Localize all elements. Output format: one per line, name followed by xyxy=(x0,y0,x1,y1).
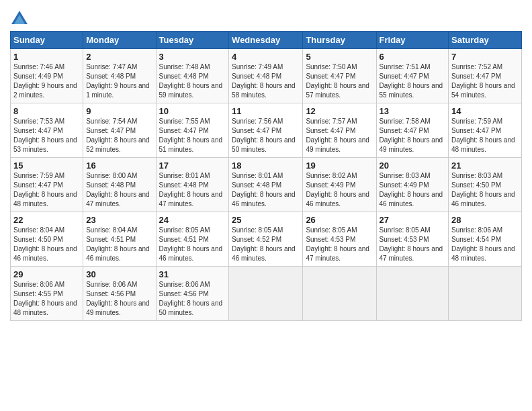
day-header-saturday: Saturday xyxy=(449,32,522,49)
day-detail: Sunrise: 8:06 AM Sunset: 4:55 PM Dayligh… xyxy=(13,280,80,318)
day-number: 10 xyxy=(159,106,226,116)
day-number: 13 xyxy=(380,106,446,116)
calendar-cell: 18 Sunrise: 8:01 AM Sunset: 4:48 PM Dayl… xyxy=(229,158,303,212)
calendar-cell: 24 Sunrise: 8:05 AM Sunset: 4:51 PM Dayl… xyxy=(156,212,229,267)
calendar-cell: 1 Sunrise: 7:46 AM Sunset: 4:49 PM Dayli… xyxy=(11,49,83,103)
week-row-4: 22 Sunrise: 8:04 AM Sunset: 4:50 PM Dayl… xyxy=(11,212,522,267)
day-number: 17 xyxy=(159,161,226,171)
day-detail: Sunrise: 8:05 AM Sunset: 4:53 PM Dayligh… xyxy=(306,226,373,263)
week-row-1: 1 Sunrise: 7:46 AM Sunset: 4:49 PM Dayli… xyxy=(11,49,522,103)
day-number: 14 xyxy=(451,106,519,116)
calendar-cell: 10 Sunrise: 7:55 AM Sunset: 4:47 PM Dayl… xyxy=(156,103,229,158)
day-detail: Sunrise: 7:46 AM Sunset: 4:49 PM Dayligh… xyxy=(13,62,80,100)
day-detail: Sunrise: 8:06 AM Sunset: 4:56 PM Dayligh… xyxy=(86,280,152,318)
calendar-cell: 25 Sunrise: 8:05 AM Sunset: 4:52 PM Dayl… xyxy=(229,212,303,267)
day-detail: Sunrise: 8:04 AM Sunset: 4:50 PM Dayligh… xyxy=(13,226,80,263)
day-detail: Sunrise: 8:05 AM Sunset: 4:52 PM Dayligh… xyxy=(232,226,300,263)
calendar-cell: 30 Sunrise: 8:06 AM Sunset: 4:56 PM Dayl… xyxy=(83,267,156,321)
day-detail: Sunrise: 8:03 AM Sunset: 4:49 PM Dayligh… xyxy=(380,171,446,209)
day-number: 4 xyxy=(232,52,300,62)
day-number: 19 xyxy=(306,161,373,171)
day-header-monday: Monday xyxy=(83,32,156,49)
day-detail: Sunrise: 8:01 AM Sunset: 4:48 PM Dayligh… xyxy=(232,171,300,209)
calendar-cell: 6 Sunrise: 7:51 AM Sunset: 4:47 PM Dayli… xyxy=(376,49,449,103)
day-number: 31 xyxy=(159,269,226,279)
calendar-cell: 11 Sunrise: 7:56 AM Sunset: 4:47 PM Dayl… xyxy=(229,103,303,158)
calendar-cell: 15 Sunrise: 7:59 AM Sunset: 4:47 PM Dayl… xyxy=(11,158,83,212)
day-number: 16 xyxy=(86,161,152,171)
calendar-table: SundayMondayTuesdayWednesdayThursdayFrid… xyxy=(10,31,522,321)
calendar-cell: 27 Sunrise: 8:05 AM Sunset: 4:53 PM Dayl… xyxy=(376,212,449,267)
day-number: 2 xyxy=(86,52,152,62)
day-detail: Sunrise: 8:01 AM Sunset: 4:48 PM Dayligh… xyxy=(159,171,226,209)
calendar-cell: 9 Sunrise: 7:54 AM Sunset: 4:47 PM Dayli… xyxy=(83,103,156,158)
day-detail: Sunrise: 8:06 AM Sunset: 4:54 PM Dayligh… xyxy=(451,226,519,263)
logo xyxy=(10,9,32,28)
day-detail: Sunrise: 7:54 AM Sunset: 4:47 PM Dayligh… xyxy=(86,117,152,154)
day-detail: Sunrise: 7:55 AM Sunset: 4:47 PM Dayligh… xyxy=(159,117,226,154)
calendar-cell: 12 Sunrise: 7:57 AM Sunset: 4:47 PM Dayl… xyxy=(303,103,376,158)
day-number: 22 xyxy=(13,215,80,225)
day-detail: Sunrise: 7:56 AM Sunset: 4:47 PM Dayligh… xyxy=(232,117,300,154)
header xyxy=(10,7,522,28)
day-header-thursday: Thursday xyxy=(303,32,376,49)
calendar-cell: 21 Sunrise: 8:03 AM Sunset: 4:50 PM Dayl… xyxy=(449,158,522,212)
day-detail: Sunrise: 8:05 AM Sunset: 4:51 PM Dayligh… xyxy=(159,226,226,263)
calendar-cell: 20 Sunrise: 8:03 AM Sunset: 4:49 PM Dayl… xyxy=(376,158,449,212)
day-number: 9 xyxy=(86,106,152,116)
day-detail: Sunrise: 7:57 AM Sunset: 4:47 PM Dayligh… xyxy=(306,117,373,154)
calendar-cell: 19 Sunrise: 8:02 AM Sunset: 4:49 PM Dayl… xyxy=(303,158,376,212)
day-number: 3 xyxy=(159,52,226,62)
day-number: 29 xyxy=(13,269,80,279)
calendar-cell: 7 Sunrise: 7:52 AM Sunset: 4:47 PM Dayli… xyxy=(449,49,522,103)
header-row: SundayMondayTuesdayWednesdayThursdayFrid… xyxy=(11,32,522,49)
day-number: 27 xyxy=(380,215,446,225)
day-number: 1 xyxy=(13,52,80,62)
calendar-cell xyxy=(376,267,449,321)
day-detail: Sunrise: 7:49 AM Sunset: 4:48 PM Dayligh… xyxy=(232,62,300,100)
day-number: 24 xyxy=(159,215,226,225)
day-number: 26 xyxy=(306,215,373,225)
calendar-cell: 22 Sunrise: 8:04 AM Sunset: 4:50 PM Dayl… xyxy=(11,212,83,267)
day-number: 28 xyxy=(451,215,519,225)
calendar-cell: 17 Sunrise: 8:01 AM Sunset: 4:48 PM Dayl… xyxy=(156,158,229,212)
calendar-cell: 28 Sunrise: 8:06 AM Sunset: 4:54 PM Dayl… xyxy=(449,212,522,267)
day-number: 7 xyxy=(451,52,519,62)
day-detail: Sunrise: 8:06 AM Sunset: 4:56 PM Dayligh… xyxy=(159,280,226,318)
day-detail: Sunrise: 8:03 AM Sunset: 4:50 PM Dayligh… xyxy=(451,171,519,209)
calendar-cell: 13 Sunrise: 7:58 AM Sunset: 4:47 PM Dayl… xyxy=(376,103,449,158)
calendar-cell xyxy=(229,267,303,321)
day-detail: Sunrise: 7:52 AM Sunset: 4:47 PM Dayligh… xyxy=(451,62,519,100)
day-number: 20 xyxy=(380,161,446,171)
day-number: 5 xyxy=(306,52,373,62)
calendar-cell xyxy=(303,267,376,321)
day-number: 12 xyxy=(306,106,373,116)
logo-icon xyxy=(10,9,29,28)
calendar-cell: 2 Sunrise: 7:47 AM Sunset: 4:48 PM Dayli… xyxy=(83,49,156,103)
day-number: 21 xyxy=(451,161,519,171)
day-detail: Sunrise: 7:59 AM Sunset: 4:47 PM Dayligh… xyxy=(451,117,519,154)
calendar-cell: 5 Sunrise: 7:50 AM Sunset: 4:47 PM Dayli… xyxy=(303,49,376,103)
day-detail: Sunrise: 8:02 AM Sunset: 4:49 PM Dayligh… xyxy=(306,171,373,209)
calendar-cell: 31 Sunrise: 8:06 AM Sunset: 4:56 PM Dayl… xyxy=(156,267,229,321)
day-detail: Sunrise: 7:51 AM Sunset: 4:47 PM Dayligh… xyxy=(380,62,446,100)
calendar-cell: 4 Sunrise: 7:49 AM Sunset: 4:48 PM Dayli… xyxy=(229,49,303,103)
day-header-wednesday: Wednesday xyxy=(229,32,303,49)
day-detail: Sunrise: 7:47 AM Sunset: 4:48 PM Dayligh… xyxy=(86,62,152,100)
week-row-3: 15 Sunrise: 7:59 AM Sunset: 4:47 PM Dayl… xyxy=(11,158,522,212)
calendar-body: 1 Sunrise: 7:46 AM Sunset: 4:49 PM Dayli… xyxy=(11,49,522,321)
day-header-sunday: Sunday xyxy=(11,32,83,49)
day-number: 8 xyxy=(13,106,80,116)
day-number: 6 xyxy=(380,52,446,62)
day-header-friday: Friday xyxy=(376,32,449,49)
week-row-2: 8 Sunrise: 7:53 AM Sunset: 4:47 PM Dayli… xyxy=(11,103,522,158)
day-number: 11 xyxy=(232,106,300,116)
calendar-cell: 23 Sunrise: 8:04 AM Sunset: 4:51 PM Dayl… xyxy=(83,212,156,267)
day-number: 30 xyxy=(86,269,152,279)
day-detail: Sunrise: 7:59 AM Sunset: 4:47 PM Dayligh… xyxy=(13,171,80,209)
page-container: SundayMondayTuesdayWednesdayThursdayFrid… xyxy=(0,0,532,328)
day-detail: Sunrise: 8:00 AM Sunset: 4:48 PM Dayligh… xyxy=(86,171,152,209)
day-header-tuesday: Tuesday xyxy=(156,32,229,49)
calendar-cell xyxy=(449,267,522,321)
calendar-header: SundayMondayTuesdayWednesdayThursdayFrid… xyxy=(11,32,522,49)
